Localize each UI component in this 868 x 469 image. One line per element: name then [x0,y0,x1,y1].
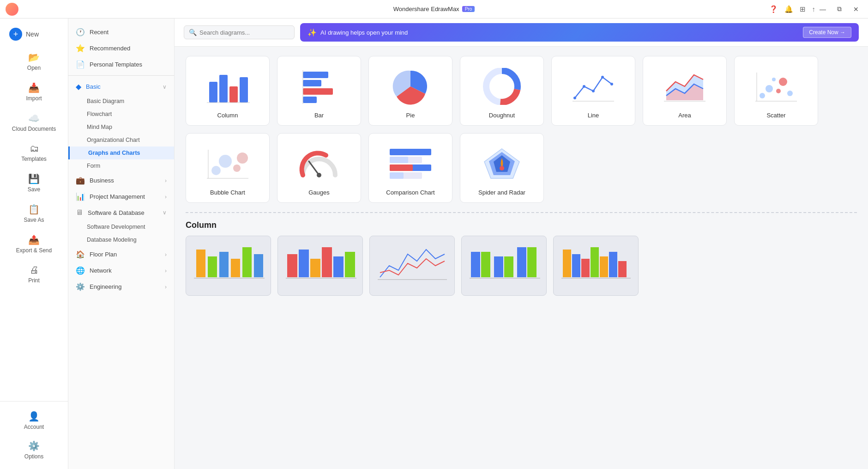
sidebar-item-open[interactable]: 📂 Open [4,47,64,76]
engineering-label: Engineering [90,283,121,290]
nav-flowchart[interactable]: Flowchart [68,108,174,121]
svg-point-25 [766,85,773,92]
pie-chart-icon [383,66,438,107]
floor-chevron: › [165,251,167,258]
sidebar-item-cloud[interactable]: ☁️ Cloud Documents [4,108,64,137]
nav-org-chart[interactable]: Organizational Chart [68,134,174,146]
chart-card-comparison[interactable]: Comparison Chart [368,133,452,203]
pie-label: Pie [406,112,415,119]
sidebar-item-print[interactable]: 🖨 Print [4,260,64,288]
chart-card-line[interactable]: Line [551,56,635,126]
sidebar-item-options[interactable]: ⚙️ Options [4,436,64,464]
sidebar-item-export[interactable]: 📤 Export & Send [4,230,64,258]
svg-point-15 [573,97,576,99]
help-icon[interactable]: ❓ [767,3,780,15]
svg-rect-66 [471,252,480,277]
charts-section: Column Bar [175,47,868,212]
notification-icon[interactable]: 🔔 [783,3,795,15]
close-button[interactable]: ✕ [850,3,862,16]
template-card-1[interactable] [186,236,271,296]
svg-rect-71 [527,247,536,277]
svg-point-16 [583,85,585,88]
chart-card-scatter[interactable]: Scatter [734,56,818,126]
chart-card-pie[interactable]: Pie [368,56,452,126]
print-label: Print [28,277,40,284]
sidebar-item-saveas[interactable]: 📋 Save As [4,199,64,228]
svg-point-29 [772,78,776,81]
svg-rect-5 [303,72,328,78]
gauges-label: Gauges [308,189,330,196]
app-name: Wondershare EdrawMax [393,6,459,12]
spider-chart-icon [474,143,530,184]
sidebar-item-save[interactable]: 💾 Save [4,169,64,197]
app-body: + New 📂 Open 📥 Import ☁️ Cloud Documents… [0,18,868,469]
chart-card-area[interactable]: Area [643,56,727,126]
ai-create-button[interactable]: Create Now → [803,27,851,38]
nav-form[interactable]: Form [68,159,174,172]
template-card-5[interactable] [553,236,639,296]
nav-basic[interactable]: ◆ Basic ∨ [68,79,174,95]
nav-software-dev[interactable]: Software Development [68,220,174,233]
svg-rect-68 [494,256,503,277]
nav-software[interactable]: 🖥 Software & Database ∨ [68,205,174,220]
nav-database-modeling[interactable]: Database Modeling [68,233,174,246]
svg-rect-73 [563,250,571,277]
svg-rect-55 [242,247,252,277]
sidebar-item-new[interactable]: + New [4,23,64,45]
template-card-2[interactable] [277,236,363,296]
nav-project[interactable]: 📊 Project Management › [68,189,174,205]
saveas-label: Save As [24,217,44,223]
template-card-4[interactable] [461,236,547,296]
svg-point-24 [760,93,765,98]
chart-card-doughnut[interactable]: Doughnut [460,56,544,126]
software-icon: 🖥 [76,208,83,217]
minimize-button[interactable]: — [816,3,829,16]
svg-rect-3 [240,77,248,103]
nav-personal-templates[interactable]: 📄 Personal Templates [68,56,174,73]
svg-rect-53 [219,252,229,277]
sidebar-item-import[interactable]: 📥 Import [4,78,64,106]
chart-card-bar[interactable]: Bar [277,56,361,126]
sidebar-item-templates[interactable]: 🗂 Templates [4,139,64,167]
open-label: Open [27,65,41,71]
nav-basic-diagram[interactable]: Basic Diagram [68,95,174,108]
svg-rect-54 [231,259,240,277]
chart-card-spider[interactable]: Spider and Radar [460,133,544,203]
search-input[interactable] [199,29,289,36]
software-label: Software & Database [88,209,145,216]
user-avatar[interactable] [6,3,18,16]
svg-rect-52 [208,256,217,277]
nav-mindmap[interactable]: Mind Map [68,121,174,134]
basic-label: Basic [86,83,101,90]
template-placeholder-2 [278,236,362,295]
column-chart-icon [200,66,255,107]
svg-rect-46 [390,172,404,179]
save-label: Save [28,186,40,193]
svg-rect-69 [504,256,513,277]
sidebar-item-account[interactable]: 👤 Account [4,406,64,435]
basic-icon: ◆ [76,82,81,91]
nav-graphs-charts[interactable]: Graphs and Charts [68,146,174,159]
nav-engineering[interactable]: ⚙️ Engineering › [68,279,174,295]
chart-card-bubble[interactable]: Bubble Chart [186,133,270,203]
search-box[interactable]: 🔍 [184,25,295,39]
nav-network[interactable]: 🌐 Network › [68,262,174,279]
grid-icon[interactable]: ⊞ [798,3,808,15]
template-card-3[interactable] [369,236,455,296]
software-chevron: ∨ [163,209,167,216]
nav-recommended[interactable]: ⭐ Recommended [68,40,174,56]
titlebar-right-icons: ❓ 🔔 ⊞ ↑ [767,3,818,15]
restore-button[interactable]: ⧉ [833,3,846,16]
nav-business[interactable]: 💼 Business › [68,172,174,189]
line-chart-icon [566,66,621,107]
business-icon: 💼 [76,176,85,185]
ai-banner-text: AI drawing helps open your mind [320,29,408,36]
template-placeholder-4 [462,236,546,295]
cloud-label: Cloud Documents [12,126,56,132]
nav-recent[interactable]: 🕐 Recent [68,24,174,40]
sidebar-wide: 🕐 Recent ⭐ Recommended 📄 Personal Templa… [68,18,175,469]
chart-card-gauges[interactable]: Gauges [277,133,361,203]
nav-floor[interactable]: 🏠 Floor Plan › [68,246,174,262]
basic-chevron: ∨ [163,84,167,90]
chart-card-column[interactable]: Column [186,56,270,126]
